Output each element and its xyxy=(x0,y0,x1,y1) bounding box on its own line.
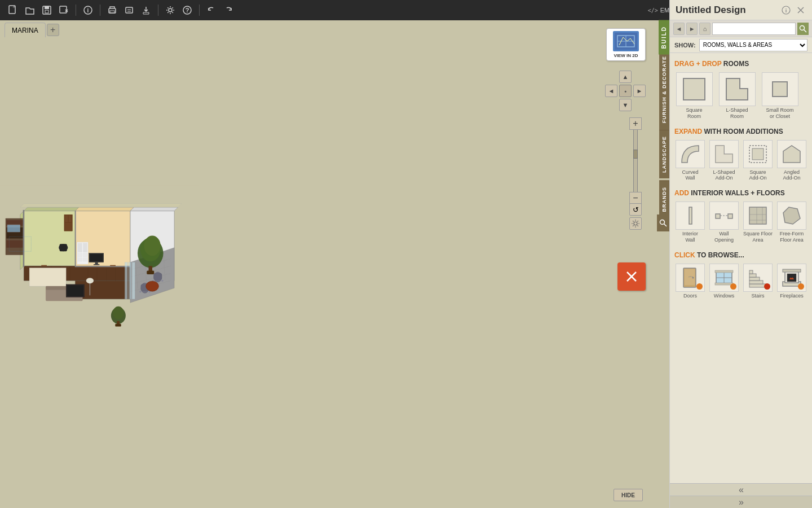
svg-rect-89 xyxy=(132,262,135,299)
fireplaces-browse-item[interactable]: Fireplaces xyxy=(776,264,807,299)
cancel-action-button[interactable] xyxy=(617,262,646,291)
settings-btn[interactable] xyxy=(629,217,642,230)
curved-wall-item[interactable]: CurvedWall xyxy=(674,140,706,182)
svg-rect-56 xyxy=(75,211,76,266)
print-icon[interactable] xyxy=(106,4,118,16)
pan-down-button[interactable]: ▼ xyxy=(619,99,632,111)
svg-rect-3 xyxy=(45,10,48,13)
nav-forward-button[interactable]: ► xyxy=(686,23,698,35)
info-icon[interactable]: i xyxy=(82,4,94,16)
panel-search-input[interactable] xyxy=(712,23,796,35)
stairs-browse-item[interactable]: Stairs xyxy=(742,264,774,299)
settings-icon[interactable] xyxy=(164,4,176,16)
svg-rect-151 xyxy=(749,277,760,281)
svg-point-77 xyxy=(86,278,94,283)
svg-rect-95 xyxy=(154,273,162,279)
windows-browse-item[interactable]: Windows xyxy=(708,264,740,299)
redo-icon[interactable] xyxy=(222,4,235,16)
new-file-icon[interactable] xyxy=(7,4,19,16)
canvas-area xyxy=(0,20,199,508)
svg-marker-32 xyxy=(75,207,134,211)
tab-bar: MARINA + xyxy=(0,20,59,37)
separator-4 xyxy=(199,5,200,16)
svg-rect-61 xyxy=(78,253,82,257)
hide-button[interactable]: HIDE xyxy=(614,489,643,501)
svg-rect-75 xyxy=(67,285,83,296)
show-row: SHOW: ROOMS, WALLS & AREASALLFLOORS ONLY xyxy=(670,37,812,53)
svg-rect-152 xyxy=(749,274,756,277)
svg-point-98 xyxy=(146,281,159,291)
svg-text:i: i xyxy=(785,8,787,14)
interior-walls-header: ADD INTERIOR WALLS + FLOORS xyxy=(674,189,807,197)
landscape-tab[interactable]: LANDSCAPE xyxy=(659,130,669,178)
svg-marker-130 xyxy=(783,146,800,163)
nav-back-button[interactable]: ◄ xyxy=(673,23,685,35)
l-shaped-room-item[interactable]: L-ShapedRoom xyxy=(717,72,757,120)
collapse-expand-area: « » xyxy=(670,483,812,508)
pan-up-button[interactable]: ▲ xyxy=(619,71,632,83)
rotate-button[interactable]: ↺ xyxy=(629,203,642,216)
angled-addon-item[interactable]: AngledAdd-On xyxy=(776,140,807,182)
panel-title: Untitled Design xyxy=(676,5,777,16)
wall-opening-item[interactable]: WallOpening xyxy=(708,202,740,243)
print2-icon[interactable] xyxy=(123,4,135,16)
panel-search-button[interactable] xyxy=(797,23,809,35)
svg-rect-62 xyxy=(83,253,87,257)
small-room-item[interactable]: Small Roomor Closet xyxy=(760,72,800,120)
stairs-label: Stairs xyxy=(751,293,764,299)
pan-center-button[interactable]: ● xyxy=(619,85,632,97)
show-dropdown[interactable]: ROOMS, WALLS & AREASALLFLOORS ONLY xyxy=(699,39,807,51)
save-icon[interactable] xyxy=(41,4,53,16)
square-room-label: SquareRoom xyxy=(686,107,702,120)
browse-grid: Doors Windows xyxy=(674,264,807,299)
svg-point-84 xyxy=(113,306,124,319)
svg-rect-86 xyxy=(115,324,121,327)
collapse-panel-button[interactable]: « xyxy=(670,483,812,496)
pan-right-button[interactable]: ► xyxy=(633,85,646,97)
nav-home-button[interactable]: ⌂ xyxy=(699,23,710,35)
panel-content: DRAG + DROP ROOMS SquareRoom L-ShapedRoo… xyxy=(670,53,812,483)
panel-info-icon[interactable]: i xyxy=(780,5,792,16)
zoom-thumb[interactable] xyxy=(633,150,638,159)
save-as-icon[interactable] xyxy=(58,4,70,16)
svg-rect-135 xyxy=(749,207,766,224)
square-addon-item[interactable]: SquareAdd-On xyxy=(742,140,774,182)
brands-tab[interactable]: BRANDS xyxy=(659,181,669,218)
add-tab-button[interactable]: + xyxy=(47,24,59,36)
svg-text:?: ? xyxy=(186,7,189,14)
panel-close-icon[interactable] xyxy=(795,5,806,16)
browse-header: CLICK TO BROWSE... xyxy=(674,251,807,259)
svg-point-80 xyxy=(144,236,160,256)
doors-browse-item[interactable]: Doors xyxy=(674,264,706,299)
svg-rect-129 xyxy=(752,148,764,160)
svg-rect-2 xyxy=(45,6,49,9)
help-icon[interactable]: ? xyxy=(181,4,193,16)
svg-marker-22 xyxy=(24,207,79,211)
l-shaped-addon-item[interactable]: L-ShapedAdd-On xyxy=(708,140,740,182)
zoom-track xyxy=(633,130,638,192)
navigation-controls: ▲ ◄ ● ► ▼ xyxy=(605,71,647,112)
undo-icon[interactable] xyxy=(205,4,218,16)
zoom-out-button[interactable]: − xyxy=(629,192,642,204)
export-icon[interactable] xyxy=(140,4,152,16)
zoom-in-button[interactable]: + xyxy=(629,117,642,130)
windows-label: Windows xyxy=(714,293,735,299)
pan-left-button[interactable]: ◄ xyxy=(605,85,617,97)
drag-drop-rooms-grid: SquareRoom L-ShapedRoom Small Roomor Clo… xyxy=(674,72,807,120)
svg-marker-34 xyxy=(130,207,178,211)
view-in-2d-button[interactable]: VIEW IN 2D xyxy=(606,28,646,61)
svg-rect-133 xyxy=(728,214,732,218)
small-room-label: Small Roomor Closet xyxy=(766,107,793,120)
furnish-tab[interactable]: FURNISH & DECORATE xyxy=(659,49,669,130)
svg-point-143 xyxy=(692,277,694,278)
square-floor-area-item[interactable]: Square FloorArea xyxy=(742,202,774,243)
drag-drop-header: DRAG + DROP ROOMS xyxy=(674,60,807,68)
free-form-floor-area-item[interactable]: Free-FormFloor Area xyxy=(776,202,807,243)
interior-wall-item[interactable]: InteriorWall xyxy=(674,202,706,243)
build-tab[interactable]: BUILD xyxy=(659,20,669,55)
square-room-item[interactable]: SquareRoom xyxy=(674,72,714,120)
tab-marina[interactable]: MARINA xyxy=(5,23,46,37)
svg-rect-64 xyxy=(83,258,87,262)
open-file-icon[interactable] xyxy=(24,4,36,16)
expand-panel-button[interactable]: » xyxy=(670,496,812,508)
